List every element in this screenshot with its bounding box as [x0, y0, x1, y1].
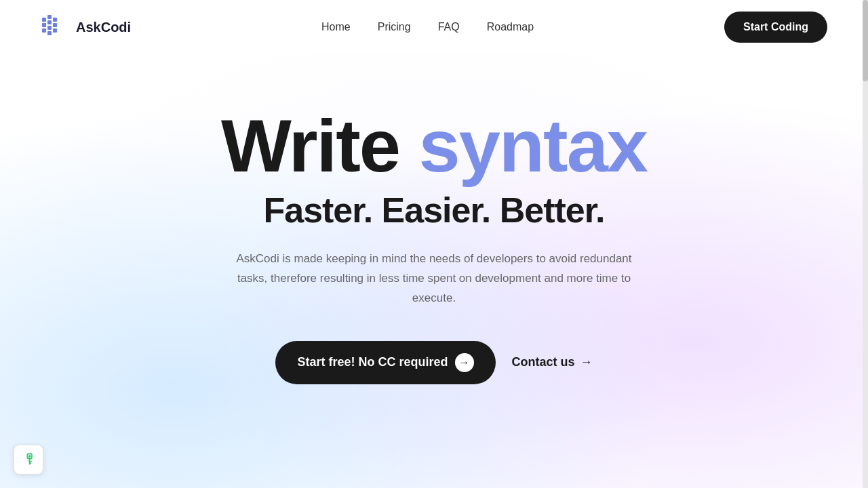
nav-link-home[interactable]: Home	[321, 21, 351, 33]
nav-link-faq[interactable]: FAQ	[438, 21, 460, 33]
start-free-label: Start free! No CC required	[297, 355, 448, 369]
nav-item-pricing[interactable]: Pricing	[378, 21, 411, 33]
scrollbar[interactable]	[863, 0, 868, 488]
svg-rect-0	[42, 18, 46, 22]
contact-us-arrow-icon: →	[580, 355, 593, 369]
hero-description: AskCodi is made keeping in mind the need…	[231, 249, 637, 308]
nav-item-faq[interactable]: FAQ	[438, 21, 460, 33]
logo-text: AskCodi	[76, 20, 131, 35]
logo-icon	[41, 12, 71, 42]
svg-rect-2	[42, 28, 46, 33]
nav-links: Home Pricing FAQ Roadmap	[321, 21, 534, 33]
logo[interactable]: AskCodi	[41, 12, 131, 42]
svg-rect-1	[42, 23, 46, 27]
navbar: AskCodi Home Pricing FAQ Roadmap Start C…	[0, 0, 868, 54]
start-free-arrow-icon: →	[455, 353, 474, 372]
svg-rect-7	[53, 18, 57, 22]
contact-us-label: Contact us	[512, 355, 575, 369]
svg-point-12	[28, 455, 31, 457]
contact-us-button[interactable]: Contact us →	[512, 355, 593, 369]
svg-rect-3	[47, 15, 52, 19]
hero-title-plain: Write	[221, 104, 419, 187]
scrollbar-thumb[interactable]	[863, 0, 868, 81]
start-coding-button[interactable]: Start Coding	[724, 12, 827, 43]
nav-item-roadmap[interactable]: Roadmap	[487, 21, 534, 33]
hero-section: Write syntax Faster. Easier. Better. Ask…	[0, 54, 868, 384]
hero-title: Write syntax	[221, 108, 647, 183]
hero-subtitle: Faster. Easier. Better.	[263, 190, 604, 230]
hero-buttons: Start free! No CC required → Contact us …	[275, 341, 592, 384]
nav-link-roadmap[interactable]: Roadmap	[487, 21, 534, 33]
svg-rect-8	[53, 23, 57, 27]
svg-rect-5	[47, 26, 52, 30]
nav-item-home[interactable]: Home	[321, 21, 351, 33]
svg-rect-9	[53, 28, 57, 33]
key-icon	[22, 453, 35, 466]
hero-title-colored: syntax	[419, 104, 648, 187]
svg-rect-6	[47, 31, 52, 35]
key-widget[interactable]	[14, 445, 43, 474]
nav-link-pricing[interactable]: Pricing	[378, 21, 411, 33]
start-free-button[interactable]: Start free! No CC required →	[275, 341, 495, 384]
svg-rect-4	[47, 20, 52, 24]
